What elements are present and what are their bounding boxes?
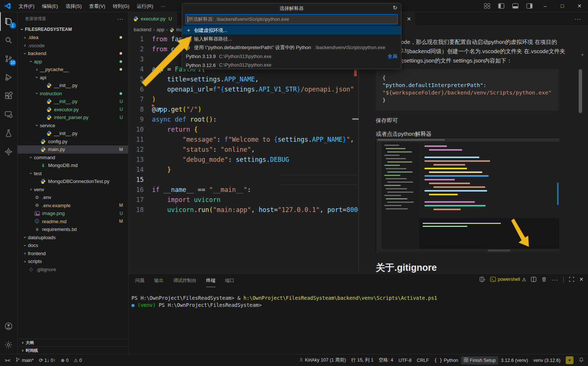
code-area[interactable]: 1from fastapi import FastAPI2from config… (128, 34, 359, 273)
tree-item-MongoDB.md[interactable]: ⇓MongoDB.md (18, 161, 128, 170)
maximize-button[interactable]: □ (554, 0, 571, 12)
status-0[interactable]: ⚠0 (71, 356, 85, 365)
panel-tab-调试控制台[interactable]: 调试控制台 (173, 274, 197, 287)
menu-5[interactable]: 运行(R) (133, 0, 157, 12)
tree-item-config.py[interactable]: config.py (18, 138, 128, 146)
quick-pick-item-4[interactable]: Python 3.12.6C:\Python312\python.exe (182, 61, 401, 69)
remote-explorer-icon[interactable] (0, 105, 18, 124)
menu-1[interactable]: 编辑(E) (38, 0, 62, 12)
panel-tab-端口[interactable]: 端口 (225, 274, 235, 287)
maximize-panel-icon[interactable] (569, 276, 575, 282)
tree-item-.vscode[interactable]: ›.vscode (18, 42, 128, 50)
run-debug-icon[interactable] (0, 68, 18, 87)
status-3-12-6-venv-[interactable]: 3.12.6 (venv) (498, 356, 531, 365)
tree-item-test[interactable]: ›test (18, 170, 128, 178)
tree-item-scripts[interactable]: ›scripts (18, 257, 128, 266)
status-venv-3-12-6-[interactable]: venv (3.12.6) (531, 356, 563, 365)
preview-scrollbar[interactable] (579, 69, 582, 113)
copilot-sparkle-icon[interactable]: ✦⌄ (158, 106, 165, 112)
tree-item-.gitignore[interactable]: ◇.gitignore (18, 266, 128, 274)
minimize-button[interactable]: – (537, 0, 554, 12)
status--15-1[interactable]: 行 15, 列 1 (349, 356, 376, 365)
tab-executor-py[interactable]: executor.py U (128, 12, 177, 25)
tree-item-data-uploads[interactable]: ›data\uploads (18, 234, 128, 242)
status-utf-8[interactable]: UTF-8 (396, 356, 414, 365)
status-python[interactable]: { }Python (432, 356, 461, 365)
tree-root[interactable]: ›FILESREADSYSTEAM (18, 25, 128, 33)
quick-pick-item-1[interactable]: 输入解释器路径... (182, 35, 401, 43)
status-1-0-[interactable]: ⟳1↓ 0↑ (36, 356, 58, 365)
toggle-secondary-sidebar-icon[interactable] (527, 3, 533, 9)
quick-pick-item-0[interactable]: ＋创建虚拟环境... (182, 26, 401, 35)
sidebar-more-icon[interactable]: ··· (117, 16, 124, 22)
status--4[interactable]: 空格: 4 (376, 356, 396, 365)
timeline-section[interactable]: ›时间线 (18, 346, 128, 354)
tree-item-command[interactable]: ›command (18, 154, 128, 162)
tree-item-MongoDBConnectionTest.py[interactable]: MongoDBConnectionTest.py (18, 177, 128, 186)
menu-0[interactable]: 文件(F) (15, 0, 38, 12)
tree-item-image.png[interactable]: image.pngU (18, 209, 128, 218)
quick-pick-item-3[interactable]: Python 3.13.9C:\Python313\python.exe全局 (182, 52, 401, 61)
toggle-panel-icon[interactable] (512, 3, 518, 9)
search-icon[interactable] (0, 31, 18, 49)
tree-item-requirements.txt[interactable]: ≡requirements.txt (18, 225, 128, 234)
tree-item-.idea[interactable]: ›.idea (18, 33, 128, 42)
explorer-icon[interactable]: 1 (0, 12, 18, 31)
status-0[interactable]: ⊗0 (58, 356, 71, 365)
status-kiro[interactable]: ✦ (563, 356, 576, 365)
tree-item-executor.py[interactable]: executor.pyU (18, 106, 128, 114)
tree-item-main.py[interactable]: main.pyM (18, 145, 128, 154)
interpreter-input[interactable]: 所选解释器: .\backend\venv\Scripts\python.exe (185, 14, 398, 24)
tree-item-__init__.py[interactable]: __init__.py (18, 81, 128, 90)
close-button[interactable]: ✕ (571, 0, 588, 12)
extensions-icon[interactable] (0, 87, 18, 105)
settings-gear-icon[interactable] (0, 336, 18, 354)
tree-item-__pycache__[interactable]: ›__pycache__ (18, 65, 128, 74)
status-crlf[interactable]: CRLF (414, 356, 432, 365)
terminal-output[interactable]: PS H:\OwnProject\FilesReadSysteam> & h:\… (131, 295, 588, 309)
tree-item-backend[interactable]: ›backend (18, 49, 128, 58)
global-link[interactable]: 全局 (388, 53, 397, 60)
tree-item-frontend[interactable]: ›frontend (18, 250, 128, 258)
launch-profile-icon[interactable] (480, 276, 486, 282)
kill-terminal-icon[interactable] (541, 276, 547, 282)
close-panel-icon[interactable]: ✕ (579, 276, 584, 282)
tree-item-__init__.py[interactable]: __init__.py (18, 129, 128, 138)
tree-item-api[interactable]: ›api (18, 74, 128, 82)
quick-pick-item-2[interactable]: ⚙使用 \"python.defaultInterpreterPath\" 设置… (182, 44, 401, 52)
status-remote[interactable]: >< (2, 356, 13, 365)
toggle-sidebar-icon[interactable] (498, 3, 504, 9)
tree-item-.env[interactable]: ⚙.env (18, 193, 128, 202)
tree-item-venv[interactable]: ›venv (18, 186, 128, 194)
panel-tab-输出[interactable]: 输出 (154, 274, 163, 287)
menu-6[interactable]: ··· (157, 0, 169, 12)
preview-more-actions-icon[interactable]: ··· (575, 16, 588, 22)
menu-2[interactable]: 选择(S) (62, 0, 85, 12)
menu-4[interactable]: 转到(G) (109, 0, 133, 12)
status-bell[interactable] (576, 356, 587, 365)
refresh-icon[interactable]: ↻ (392, 4, 397, 11)
status-main-[interactable]: main* (13, 356, 36, 365)
tree-item-docs[interactable]: ›docs (18, 241, 128, 250)
panel-tab-终端[interactable]: 终端 (206, 274, 216, 287)
kaleidoscope-extension-icon[interactable] (0, 142, 18, 161)
status-kiriaky-107-1-[interactable]: KiriAky 107 (1 周前) (296, 356, 349, 365)
tree-item-app[interactable]: ›app (18, 58, 128, 66)
tree-item-instruction[interactable]: ›instruction (18, 90, 128, 98)
panel-tab-问题[interactable]: 问题 (135, 274, 144, 287)
menu-3[interactable]: 查看(V) (85, 0, 109, 12)
status-finish-setup[interactable]: Finish Setup (461, 356, 498, 365)
tree-item-readme.md[interactable]: ⓘreadme.mdM (18, 218, 128, 226)
tree-item-intent_parser.py[interactable]: intent_parser.pyU (18, 113, 128, 122)
close-tab-icon[interactable]: ✕ (407, 16, 411, 22)
testing-icon[interactable] (0, 124, 18, 142)
tree-item-__init__.py[interactable]: __init__.pyU (18, 97, 128, 106)
panel-more-icon[interactable]: ··· (552, 276, 558, 283)
tree-item-service[interactable]: ›service (18, 122, 128, 130)
outline-section[interactable]: ›大纲 (18, 338, 128, 346)
tree-item-.env.example[interactable]: ⚙.env.exampleM (18, 202, 128, 210)
source-control-icon[interactable]: 10 (0, 49, 18, 68)
accounts-icon[interactable] (0, 317, 18, 336)
layout-customize-icon[interactable] (484, 3, 490, 9)
terminal-instance[interactable]: powershell ⚠ (490, 276, 526, 282)
